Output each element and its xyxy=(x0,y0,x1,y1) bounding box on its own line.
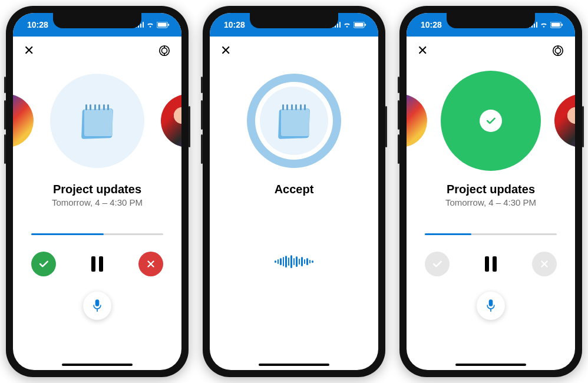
voice-command-label: Accept xyxy=(275,183,314,196)
phone-frame: 10:28 ✕ xyxy=(203,6,385,377)
avatar-previous[interactable] xyxy=(407,94,427,147)
wifi-icon xyxy=(146,22,154,28)
playback-progress[interactable] xyxy=(31,233,163,235)
hero xyxy=(13,65,181,177)
notch xyxy=(250,13,338,28)
close-icon[interactable]: ✕ xyxy=(220,44,231,57)
battery-icon xyxy=(157,22,170,28)
accept-button-disabled xyxy=(425,252,450,276)
screen: 10:28 ✕ Pr xyxy=(407,13,575,370)
cast-icon[interactable] xyxy=(158,44,171,57)
topbar: ✕ xyxy=(13,37,181,65)
calendar-notepad-icon xyxy=(82,103,113,138)
event-time: Tomorrow, 4 – 4:30 PM xyxy=(445,197,536,207)
reject-button[interactable] xyxy=(138,252,163,276)
calendar-notepad-icon xyxy=(279,103,309,138)
avatar-next[interactable] xyxy=(554,94,575,147)
svg-rect-11 xyxy=(551,22,560,26)
check-icon xyxy=(485,115,497,127)
content: Project updates Tomorrow, 4 – 4:30 PM xyxy=(407,65,575,370)
phone-frame: 10:28 ✕ xyxy=(6,6,189,377)
notch xyxy=(53,13,141,28)
accept-button[interactable] xyxy=(31,252,56,276)
reject-button-disabled xyxy=(532,252,557,276)
battery-icon xyxy=(354,22,366,28)
hero xyxy=(407,65,575,177)
topbar: ✕ xyxy=(210,37,378,65)
x-icon xyxy=(146,259,156,269)
event-time: Tomorrow, 4 – 4:30 PM xyxy=(52,197,143,207)
content: Accept xyxy=(210,65,378,370)
topbar: ✕ xyxy=(407,37,575,65)
svg-rect-8 xyxy=(355,22,364,26)
svg-rect-5 xyxy=(95,299,100,306)
event-icon-ring xyxy=(247,74,341,168)
action-row xyxy=(425,252,556,276)
content: Project updates Tomorrow, 4 – 4:30 PM xyxy=(13,65,181,370)
command-title: Accept xyxy=(275,183,314,196)
voice-button[interactable] xyxy=(477,292,505,320)
event-info: Project updates Tomorrow, 4 – 4:30 PM xyxy=(445,183,536,207)
waveform-icon xyxy=(275,255,313,268)
wifi-icon xyxy=(343,22,351,28)
wifi-icon xyxy=(540,22,548,28)
hero xyxy=(210,65,378,177)
check-icon xyxy=(431,258,443,270)
svg-point-4 xyxy=(161,48,167,53)
close-icon[interactable]: ✕ xyxy=(24,44,34,57)
accepted-badge xyxy=(441,71,541,171)
event-info: Project updates Tomorrow, 4 – 4:30 PM xyxy=(52,183,143,207)
status-time: 10:28 xyxy=(421,20,442,29)
avatar-previous[interactable] xyxy=(13,94,34,147)
action-row xyxy=(31,252,163,276)
check-icon xyxy=(38,258,49,270)
status-time: 10:28 xyxy=(27,20,48,29)
avatar-next[interactable] xyxy=(161,94,181,147)
event-icon-circle xyxy=(50,74,144,168)
svg-rect-1 xyxy=(158,22,167,26)
voice-button[interactable] xyxy=(83,292,111,320)
playback-progress[interactable] xyxy=(425,233,556,235)
event-title: Project updates xyxy=(445,183,536,196)
close-icon[interactable]: ✕ xyxy=(417,44,428,57)
screen: 10:28 ✕ xyxy=(210,13,378,370)
cast-icon[interactable] xyxy=(551,44,564,57)
svg-rect-15 xyxy=(489,299,493,306)
check-badge xyxy=(480,110,502,132)
pause-button[interactable] xyxy=(91,256,103,272)
event-title: Project updates xyxy=(52,183,143,196)
home-indicator[interactable] xyxy=(455,364,526,366)
pause-button[interactable] xyxy=(485,256,497,272)
svg-rect-12 xyxy=(561,24,563,26)
status-time: 10:28 xyxy=(224,20,245,29)
screen: 10:28 ✕ xyxy=(13,13,181,370)
battery-icon xyxy=(550,22,563,28)
home-indicator[interactable] xyxy=(62,364,133,366)
x-icon xyxy=(539,259,550,269)
notch xyxy=(447,13,535,28)
svg-point-14 xyxy=(555,48,560,53)
mic-icon xyxy=(485,299,497,313)
svg-rect-9 xyxy=(365,24,366,26)
home-indicator[interactable] xyxy=(259,364,329,366)
mic-icon xyxy=(91,299,103,313)
phone-frame: 10:28 ✕ Pr xyxy=(399,6,582,377)
svg-rect-2 xyxy=(168,24,169,26)
